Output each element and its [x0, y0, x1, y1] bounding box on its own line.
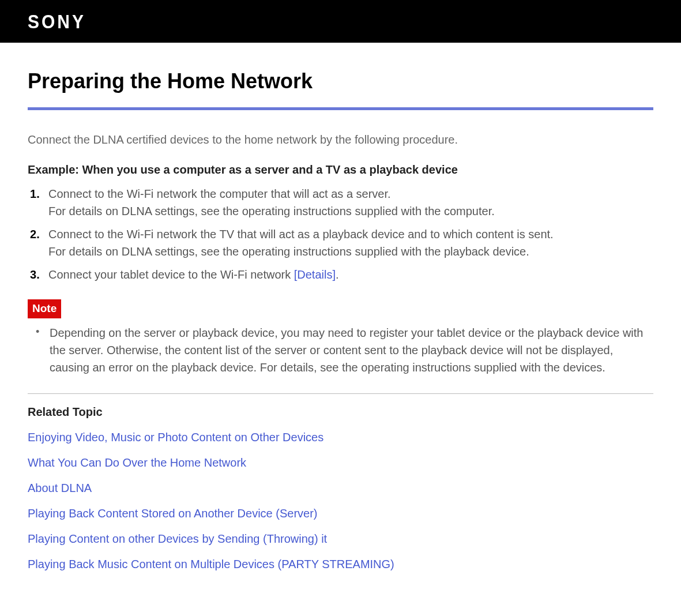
- step-text: For details on DLNA settings, see the op…: [48, 243, 653, 260]
- related-link[interactable]: Playing Content on other Devices by Send…: [28, 530, 653, 547]
- step-text: Connect to the Wi-Fi network the TV that…: [48, 226, 653, 243]
- note-item: Depending on the server or playback devi…: [46, 324, 653, 376]
- related-link[interactable]: Playing Back Content Stored on Another D…: [28, 505, 653, 522]
- step-text-suffix: .: [336, 268, 339, 281]
- content-area: Preparing the Home Network Connect the D…: [0, 43, 681, 615]
- related-link[interactable]: What You Can Do Over the Home Network: [28, 454, 653, 471]
- step-text-prefix: Connect your tablet device to the Wi-Fi …: [48, 268, 294, 281]
- title-rule: [28, 107, 653, 110]
- related-link[interactable]: Playing Back Music Content on Multiple D…: [28, 555, 653, 573]
- related-topic-heading: Related Topic: [28, 403, 653, 420]
- step-item: Connect to the Wi-Fi network the compute…: [45, 185, 653, 220]
- page-title: Preparing the Home Network: [28, 66, 653, 97]
- details-link[interactable]: [Details]: [294, 268, 336, 281]
- related-links: Enjoying Video, Music or Photo Content o…: [28, 429, 653, 573]
- sony-logo: SONY: [28, 7, 86, 36]
- related-link[interactable]: About DLNA: [28, 479, 653, 497]
- example-heading: Example: When you use a computer as a se…: [28, 161, 653, 178]
- note-badge: Note: [28, 299, 61, 318]
- related-link[interactable]: Enjoying Video, Music or Photo Content o…: [28, 429, 653, 446]
- note-list: Depending on the server or playback devi…: [28, 324, 653, 376]
- step-item: Connect your tablet device to the Wi-Fi …: [45, 266, 653, 283]
- intro-text: Connect the DLNA certified devices to th…: [28, 131, 653, 148]
- step-text: For details on DLNA settings, see the op…: [48, 202, 653, 220]
- step-text: Connect to the Wi-Fi network the compute…: [48, 185, 653, 202]
- step-item: Connect to the Wi-Fi network the TV that…: [45, 226, 653, 260]
- steps-list: Connect to the Wi-Fi network the compute…: [28, 185, 653, 283]
- header-bar: SONY: [0, 0, 681, 43]
- section-rule: [28, 393, 653, 394]
